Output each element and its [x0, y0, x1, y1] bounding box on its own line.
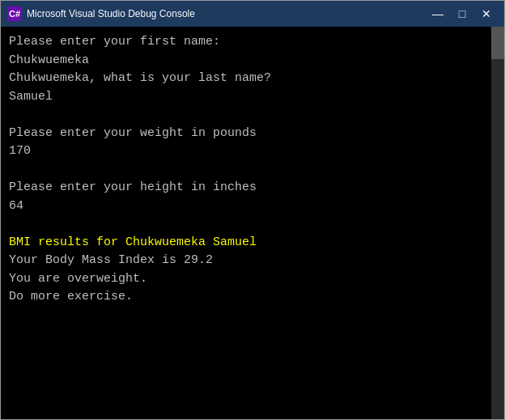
console-content: Please enter your first name:Chukwuemeka…	[9, 33, 496, 307]
console-line	[9, 106, 480, 125]
console-line: Do more exercise.	[9, 288, 480, 307]
app-icon: C#	[7, 6, 22, 21]
console-area: Please enter your first name:Chukwuemeka…	[1, 27, 504, 419]
title-bar-left: C# Microsoft Visual Studio Debug Console	[7, 6, 195, 21]
close-button[interactable]: ✕	[475, 5, 498, 23]
minimize-button[interactable]: —	[426, 5, 449, 23]
console-line: Please enter your first name:	[9, 33, 480, 52]
scrollbar-track[interactable]	[491, 27, 504, 419]
console-line: Please enter your weight in pounds	[9, 125, 480, 143]
console-line	[9, 215, 480, 234]
maximize-button[interactable]: □	[451, 5, 473, 23]
console-line: 170	[9, 142, 480, 161]
console-line: Your Body Mass Index is 29.2	[9, 252, 480, 270]
console-line	[9, 161, 480, 180]
title-bar: C# Microsoft Visual Studio Debug Console…	[1, 1, 504, 27]
scrollbar-thumb[interactable]	[491, 27, 504, 59]
console-line: Samuel	[9, 88, 480, 107]
console-line: Please enter your height in inches	[9, 179, 480, 197]
console-line: 64	[9, 197, 480, 216]
window-title: Microsoft Visual Studio Debug Console	[27, 8, 195, 19]
console-line: BMI results for Chukwuemeka Samuel	[9, 234, 480, 252]
window: C# Microsoft Visual Studio Debug Console…	[0, 0, 505, 420]
console-line: You are overweight.	[9, 270, 480, 289]
console-line: Chukwuemeka, what is your last name?	[9, 70, 480, 88]
title-bar-buttons: — □ ✕	[426, 5, 498, 23]
console-line: Chukwuemeka	[9, 52, 480, 70]
